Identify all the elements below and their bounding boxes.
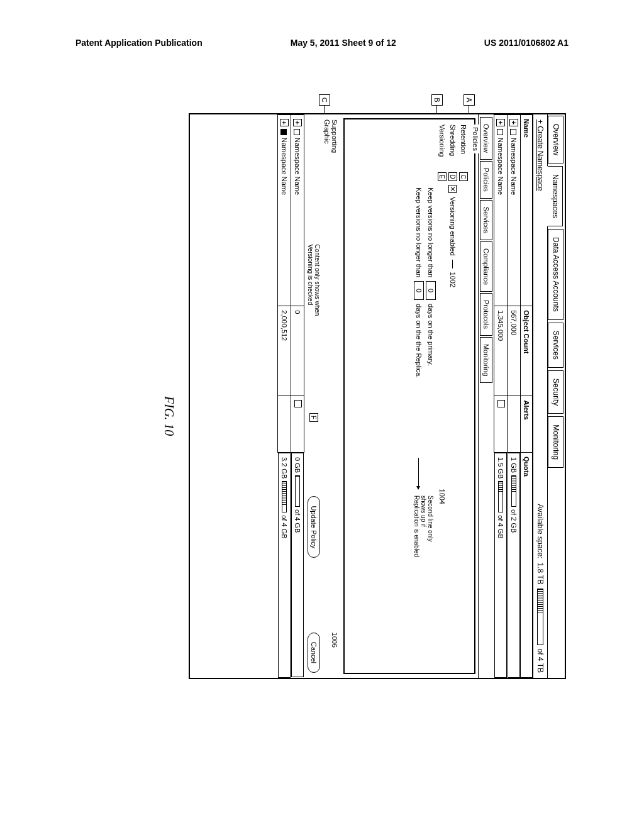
expand-icon[interactable]: + — [509, 119, 518, 126]
toolbar: + Create Namespace Available space: 1.8 … — [533, 114, 547, 678]
tab-security[interactable]: Security — [548, 370, 564, 414]
app-window: Overview Namespaces Data Access Accounts… — [189, 113, 566, 679]
table-row[interactable]: +Namespace Name 2,000,512 3.2 GBof 4 GB — [278, 115, 291, 678]
retention-label: Retention — [460, 124, 467, 169]
supporting-box[interactable]: F — [309, 413, 318, 422]
expand-icon[interactable]: + — [293, 119, 302, 126]
row-name: Namespace Name — [510, 138, 518, 195]
namespace-table-bottom: +Namespace Name 0 0 GBof 4 GB +Namespace… — [277, 114, 304, 678]
subtab-monitoring[interactable]: Monitoring — [480, 337, 492, 383]
keep-replica-label: Keep versions no longer than — [415, 187, 423, 277]
namespace-icon — [280, 129, 287, 135]
namespace-icon — [497, 129, 503, 135]
keep-replica-suffix: days on the the Replica. — [415, 304, 423, 378]
namespace-table: Name Object Count Alerts Quota +Namespac… — [494, 114, 533, 678]
versioning-enabled-label: Versioning enabled — [449, 197, 457, 256]
expand-icon[interactable]: + — [496, 119, 505, 126]
keep-primary-label: Keep versions no longer than — [427, 187, 435, 277]
retention-box[interactable]: C — [459, 172, 468, 181]
subtab-overview[interactable]: Overview — [480, 117, 492, 160]
col-alerts: Alerts — [521, 396, 533, 453]
sub-tabs: Overview Policies Services Compliance Pr… — [478, 114, 494, 678]
namespace-icon — [294, 129, 300, 135]
callout-b: B — [431, 94, 443, 106]
col-quota: Quota — [521, 452, 533, 677]
keep-primary-suffix: days on the primary. — [427, 304, 435, 366]
content-note: Content only shows when Versioning is ch… — [307, 244, 321, 338]
row-name: Namespace Name — [497, 138, 504, 195]
avail-of: of 4 TB — [536, 649, 545, 673]
alert-icon — [497, 400, 505, 407]
subtab-compliance[interactable]: Compliance — [480, 241, 492, 292]
subtab-policies[interactable]: Policies — [480, 161, 492, 199]
ref-1002: 1002 — [449, 272, 457, 287]
callout-a: A — [464, 94, 475, 106]
expand-icon[interactable]: + — [280, 119, 289, 126]
col-name: Name — [521, 115, 533, 306]
versioning-box[interactable]: E — [438, 172, 447, 181]
subtab-protocols[interactable]: Protocols — [480, 293, 492, 336]
row-count: 567,000 — [508, 306, 521, 396]
figure-wrapper: A B C 1000 FIG. 10 Overview Namespaces D… — [38, 170, 604, 622]
header-center: May 5, 2011 Sheet 9 of 12 — [291, 38, 396, 48]
tab-data-access[interactable]: Data Access Accounts — [548, 229, 564, 320]
avail-value: 1.8 TB — [536, 562, 545, 584]
avail-label: Available space: — [536, 504, 545, 558]
figure-label: FIG. 10 — [162, 396, 176, 436]
policies-legend: Policies — [472, 124, 479, 153]
table-row[interactable]: +Namespace Name 567,000 1 GBof 2 GB — [508, 115, 521, 678]
page-header: Patent Application Publication May 5, 20… — [0, 38, 644, 48]
callout-c: C — [319, 94, 330, 106]
keep-replica-input[interactable]: 0 — [414, 281, 424, 300]
tab-namespaces[interactable]: Namespaces — [547, 166, 563, 226]
supporting-label: Supporting Graphic — [323, 119, 338, 170]
header-right: US 2011/0106802 A1 — [484, 38, 569, 48]
top-tabs: Overview Namespaces Data Access Accounts… — [547, 114, 565, 678]
namespace-icon — [510, 129, 516, 135]
shredding-label: Shredding — [449, 124, 457, 169]
row-count: 1,345,000 — [494, 306, 508, 396]
shredding-box[interactable]: D — [448, 172, 457, 181]
versioning-label: Versioning — [438, 124, 446, 169]
row-alerts — [494, 396, 508, 453]
tab-monitoring[interactable]: Monitoring — [548, 416, 564, 468]
ref-1004: 1004 — [438, 489, 446, 504]
tab-services[interactable]: Services — [548, 323, 564, 368]
alert-icon — [294, 400, 302, 407]
versioning-checkbox[interactable] — [449, 185, 457, 193]
secondline-note: Second line only shows up if Replication… — [413, 495, 434, 558]
create-namespace-button[interactable]: + Create Namespace — [536, 119, 545, 191]
update-policy-button[interactable]: Update Policy — [308, 496, 320, 558]
row-alerts — [508, 396, 521, 453]
subtab-services[interactable]: Services — [480, 200, 492, 240]
policies-group: Policies Retention C Shredding D Version… — [343, 118, 475, 674]
keep-primary-input[interactable]: 0 — [426, 281, 436, 300]
header-left: Patent Application Publication — [75, 38, 203, 48]
avail-bar — [537, 589, 543, 645]
supporting-row: Supporting Graphic 1006 — [321, 114, 341, 678]
col-count: Object Count — [521, 306, 533, 396]
cancel-button[interactable]: Cancel — [308, 633, 320, 673]
table-row[interactable]: +Namespace Name 1,345,000 1.5 GBof 4 GB — [494, 115, 508, 678]
ref-1006: 1006 — [331, 633, 338, 648]
tab-overview[interactable]: Overview — [548, 116, 564, 163]
table-row[interactable]: +Namespace Name 0 0 GBof 4 GB — [291, 115, 304, 678]
